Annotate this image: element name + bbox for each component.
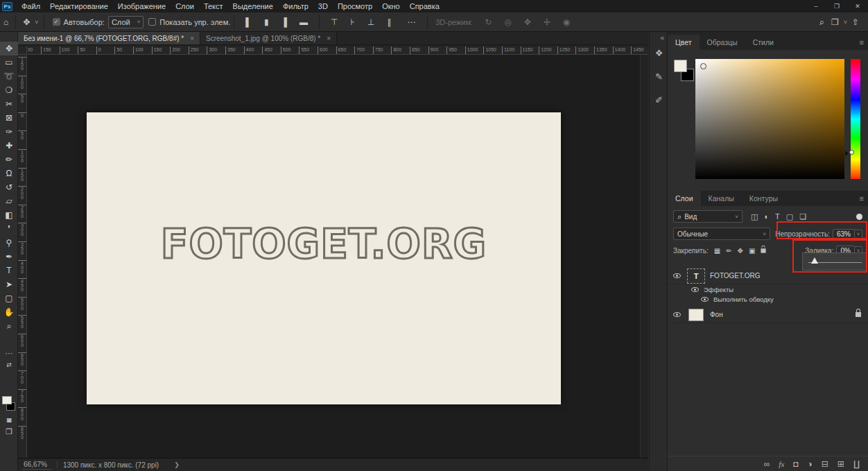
filter-smart-object-icon[interactable]: ❏	[799, 212, 806, 221]
eraser-tool[interactable]: ▱	[0, 194, 18, 208]
delete-layer-icon[interactable]: ∐	[853, 459, 860, 469]
foreground-color-swatch[interactable]	[674, 60, 687, 72]
visibility-eye-icon[interactable]	[701, 297, 709, 302]
menu-выделение[interactable]: Выделение	[228, 0, 278, 12]
opacity-value-field[interactable]: 63%	[833, 229, 855, 239]
lock-artboard-icon[interactable]: ▣	[749, 247, 755, 255]
layers-panel-menu-icon[interactable]: ≡	[856, 191, 868, 206]
restore-button[interactable]: ❐	[826, 0, 847, 12]
quick-mask-icon[interactable]: ◙	[7, 414, 12, 426]
zoom-tool[interactable]: ⌕	[0, 319, 18, 333]
visibility-eye-icon[interactable]	[691, 287, 699, 292]
new-layer-icon[interactable]: ⊞	[837, 459, 844, 469]
edit-toolbar-icon[interactable]: ⋯	[6, 348, 13, 359]
more-options-icon[interactable]: ⋯	[399, 17, 424, 27]
menu-фильтр[interactable]: Фильтр	[278, 0, 313, 12]
3d-camera-icon[interactable]: ◉	[559, 17, 573, 27]
rectangular-marquee-tool[interactable]: ▭	[0, 55, 18, 69]
layers-tab-каналы[interactable]: Каналы	[701, 191, 742, 206]
menu-файл[interactable]: Файл	[17, 0, 45, 12]
type-tool[interactable]: T	[0, 264, 18, 277]
color-tab-образцы[interactable]: Образцы	[700, 35, 745, 50]
close-tab-icon[interactable]: ×	[190, 35, 194, 42]
lock-position-icon[interactable]: ✥	[738, 247, 743, 255]
align-left-edges-icon[interactable]: ▌	[242, 17, 255, 27]
status-options-arrow-icon[interactable]: ❯	[174, 461, 180, 468]
dodge-tool[interactable]: ⚲	[0, 236, 18, 250]
zoom-level-field[interactable]: 66,67%	[22, 460, 51, 470]
vertical-ruler[interactable]: 1501005005010015020025030035040045050055…	[18, 55, 27, 458]
share-icon[interactable]: ⇧	[849, 17, 862, 27]
current-tool-icon[interactable]: ✥	[19, 17, 33, 27]
hue-slider[interactable]	[851, 59, 860, 179]
tool-preset-chevron-icon[interactable]: ˅	[33, 19, 40, 26]
ruler-origin-corner[interactable]	[18, 46, 27, 55]
blur-tool[interactable]: ❜	[0, 222, 18, 236]
opacity-chevron-icon[interactable]: ˅	[855, 230, 862, 239]
lock-transparency-icon[interactable]: ▦	[714, 247, 720, 255]
menu-слои[interactable]: Слои	[171, 0, 199, 12]
lasso-tool[interactable]: ➰	[0, 69, 18, 83]
menu-текст[interactable]: Текст	[199, 0, 228, 12]
blend-mode-select[interactable]: Обычные ˅	[673, 228, 770, 240]
minimize-button[interactable]: –	[806, 0, 826, 12]
show-transform-controls-checkbox[interactable]	[148, 18, 156, 26]
document-tab[interactable]: Screenshot_1.jpg @ 100% (RGB/8) *×	[200, 32, 337, 44]
lock-all-icon[interactable]	[761, 248, 766, 252]
color-picker-marker[interactable]	[700, 63, 706, 69]
align-vertical-centers-icon[interactable]: ▬	[296, 17, 311, 27]
fill-slider-popup[interactable]	[802, 252, 867, 271]
filter-adjustment-layers-icon[interactable]: ◐	[764, 212, 769, 221]
visibility-eye-icon[interactable]	[673, 273, 681, 278]
filter-image-layers-icon[interactable]: ◫	[751, 212, 758, 221]
screen-mode-icon[interactable]: ❐	[6, 426, 12, 438]
layer-comps-panel-icon[interactable]: ✎	[650, 67, 668, 87]
crop-tool[interactable]: ✂	[0, 97, 18, 111]
layer-mask-icon[interactable]: ◘	[793, 459, 798, 469]
layers-tab-контуры[interactable]: Контуры	[742, 191, 785, 206]
autoselect-checkbox[interactable]: ✓	[53, 18, 60, 26]
eyedropper-tool[interactable]: ✑	[0, 125, 18, 139]
layer-effect-item-row[interactable]: Выполнить обводку	[668, 294, 868, 304]
autoselect-target-select[interactable]: Слой ˅	[108, 16, 144, 28]
layer-effects-row[interactable]: Эффекты	[668, 284, 868, 294]
expand-panels-icon[interactable]: «	[660, 34, 664, 42]
layer-row-background[interactable]: Фон	[668, 307, 868, 323]
link-layers-icon[interactable]: ∞	[764, 459, 770, 469]
menu-справка[interactable]: Справка	[405, 0, 444, 12]
document-tab[interactable]: Без имени-1 @ 66,7% (FOTOGET.ORG, RGB/8#…	[18, 32, 200, 44]
saturation-brightness-field[interactable]	[695, 59, 844, 179]
color-tab-цвет[interactable]: Цвет	[668, 35, 700, 50]
brushes-panel-icon[interactable]: ✐	[650, 90, 668, 111]
search-icon[interactable]: ⌕	[816, 17, 828, 28]
menu-3d[interactable]: 3D	[313, 0, 333, 12]
layer-style-icon[interactable]: fx	[779, 460, 784, 468]
filter-type-layers-icon[interactable]: T	[775, 212, 780, 221]
chevron-down-icon[interactable]: ˅	[842, 19, 849, 26]
fill-slider-handle[interactable]	[811, 257, 818, 264]
canvas[interactable]: FOTOGET.ORG	[87, 112, 561, 404]
menu-просмотр[interactable]: Просмотр	[333, 0, 377, 12]
adjustment-layer-icon[interactable]: ◑	[808, 459, 813, 469]
distribute-vertical-centers-icon[interactable]: ⊦	[347, 17, 358, 27]
3d-orbit-icon[interactable]: ↻	[481, 17, 495, 27]
hand-tool[interactable]: ✋	[0, 305, 18, 319]
workspace-switcher-icon[interactable]: ❐	[828, 17, 842, 27]
history-panel-icon[interactable]: ❖	[650, 43, 668, 64]
vertical-scrollbar[interactable]	[640, 55, 648, 458]
foreground-color-swatch[interactable]	[2, 396, 12, 404]
clone-stamp-tool[interactable]: Ω	[0, 166, 18, 180]
background-layer-thumbnail[interactable]	[688, 309, 704, 321]
home-icon[interactable]: ⌂	[0, 17, 12, 27]
rectangle-tool[interactable]: ▢	[0, 291, 18, 305]
close-tab-icon[interactable]: ×	[327, 35, 331, 42]
new-group-icon[interactable]: ⊟	[822, 459, 828, 469]
menu-окно[interactable]: Окно	[377, 0, 405, 12]
history-brush-tool[interactable]: ↺	[0, 180, 18, 194]
lock-pixels-icon[interactable]: ✏	[726, 247, 731, 255]
swap-colors-icon[interactable]: ⇄	[6, 359, 12, 371]
horizontal-ruler[interactable]: 2001501005005010015020025030035040045050…	[28, 46, 648, 55]
pen-tool[interactable]: ✒	[0, 250, 18, 264]
filter-shape-layers-icon[interactable]: ▢	[786, 212, 793, 221]
filter-kind-select[interactable]: ⌕ Вид ˅	[673, 210, 743, 223]
